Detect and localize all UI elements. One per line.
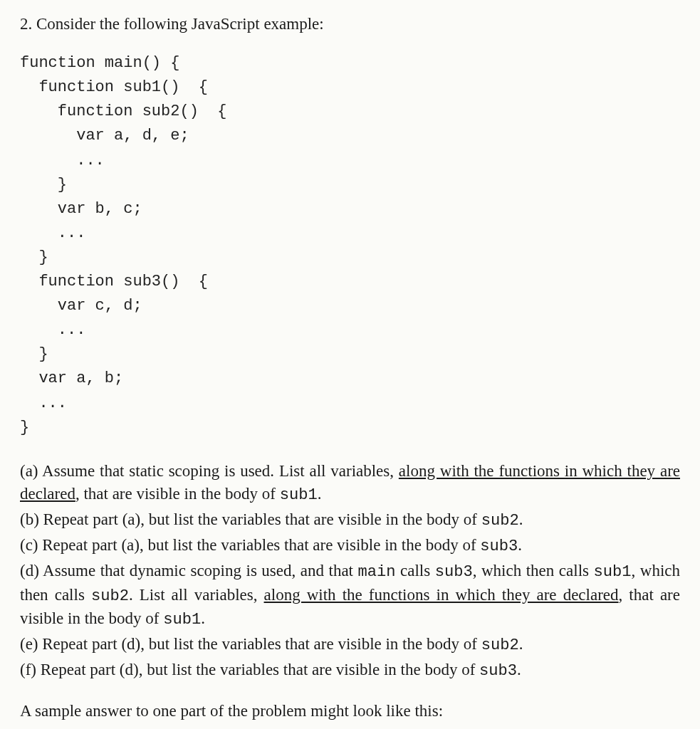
part-label: (a) xyxy=(20,462,38,480)
code-ref: sub3 xyxy=(435,563,473,581)
text: Assume that static scoping is used. List… xyxy=(42,462,399,480)
part-d: (d) Assume that dynamic scoping is used,… xyxy=(20,560,680,632)
code-block: function main() { function sub1() { func… xyxy=(20,51,680,440)
text: , that are visible in the body of xyxy=(75,485,280,503)
code-ref: sub1 xyxy=(280,486,318,504)
code-ref: sub2 xyxy=(481,512,519,530)
part-label: (d) xyxy=(20,562,39,579)
code-ref: sub3 xyxy=(480,537,518,555)
part-b: (b) Repeat part (a), but list the variab… xyxy=(20,508,680,533)
document-page: 2. Consider the following JavaScript exa… xyxy=(0,0,700,729)
part-c: (c) Repeat part (a), but list the variab… xyxy=(20,534,680,558)
text: . xyxy=(201,609,205,627)
part-f: (f) Repeat part (d), but list the variab… xyxy=(20,659,680,683)
part-label: (e) xyxy=(20,635,38,653)
code-ref: sub3 xyxy=(479,662,517,680)
sample-intro: A sample answer to one part of the probl… xyxy=(20,700,680,723)
code-ref: sub1 xyxy=(594,563,632,581)
text: Repeat part (d), but list the variables … xyxy=(42,635,481,653)
text: , which then calls xyxy=(473,562,594,579)
part-label: (b) xyxy=(20,510,39,528)
text: . List all variables, xyxy=(129,586,264,604)
part-label: (c) xyxy=(20,536,38,554)
underline: along with the functions in which they a… xyxy=(264,586,619,604)
code-ref: main xyxy=(358,563,396,581)
text: Assume that dynamic scoping is used, and… xyxy=(43,562,357,579)
code-ref: sub2 xyxy=(481,636,519,654)
parts: (a) Assume that static scoping is used. … xyxy=(20,460,680,683)
text: . xyxy=(518,536,522,554)
intro-text: Consider the following JavaScript exampl… xyxy=(36,15,324,33)
text: . xyxy=(318,485,322,503)
text: Repeat part (a), but list the variables … xyxy=(43,510,481,528)
text: . xyxy=(519,635,523,653)
part-e: (e) Repeat part (d), but list the variab… xyxy=(20,633,680,657)
text: Repeat part (d), but list the variables … xyxy=(41,661,479,678)
question-number: 2. xyxy=(20,15,32,33)
text: Repeat part (a), but list the variables … xyxy=(42,536,480,554)
code-ref: sub1 xyxy=(163,611,201,629)
text: . xyxy=(517,661,521,678)
code-ref: sub2 xyxy=(91,587,129,605)
question-intro: 2. Consider the following JavaScript exa… xyxy=(20,13,680,36)
part-a: (a) Assume that static scoping is used. … xyxy=(20,460,680,507)
text: . xyxy=(519,510,523,528)
part-label: (f) xyxy=(20,661,36,678)
text: calls xyxy=(396,562,435,579)
